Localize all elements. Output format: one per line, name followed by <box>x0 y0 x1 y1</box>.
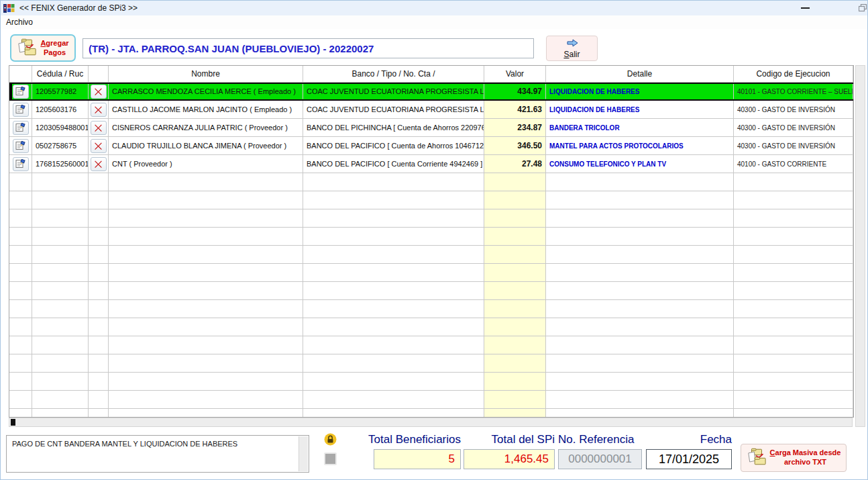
table-row[interactable]: 1205577982CARRASCO MENDOZA CECILIA MERCE… <box>9 83 853 101</box>
delete-row-button[interactable] <box>91 85 107 99</box>
empty-cell <box>734 191 853 209</box>
entity-input[interactable]: (TR) - JTA. PARROQ.SAN JUAN (PUEBLOVIEJO… <box>83 38 534 58</box>
table-row[interactable]: 1768152560001CNT ( Proveedor )BANCO DEL … <box>9 155 853 173</box>
payment-description-input[interactable]: PAGO DE CNT BANDERA MANTEL Y LIQUIDACION… <box>6 435 309 473</box>
empty-cell <box>303 191 484 209</box>
empty-cell <box>9 209 32 228</box>
referencia-label: No. Referencia <box>558 433 645 446</box>
edit-row-button[interactable] <box>13 139 29 153</box>
empty-cell <box>109 354 303 373</box>
minimize-button[interactable] <box>795 1 815 15</box>
payment-description-text: PAGO DE CNT BANDERA MANTEL Y LIQUIDACION… <box>12 440 237 448</box>
payments-table: Cédula / Ruc Nombre Banco / Tipo / No. C… <box>9 65 854 418</box>
menu-archivo[interactable]: Archivo <box>1 16 38 28</box>
salir-button[interactable]: Salir <box>546 36 598 61</box>
empty-cell <box>32 354 89 373</box>
fecha-input[interactable]: 17/01/2025 <box>646 449 732 469</box>
valor-cell: 346.50 <box>484 137 546 155</box>
empty-cell <box>109 373 303 391</box>
empty-cell <box>32 282 89 300</box>
cedula-cell: 0502758675 <box>32 137 89 155</box>
empty-cell <box>9 228 32 246</box>
empty-cell <box>109 246 303 264</box>
table-row-empty <box>9 354 853 373</box>
empty-cell <box>303 336 484 354</box>
table-row[interactable]: 1203059488001CISNEROS CARRANZA JULIA PAT… <box>9 119 853 137</box>
title-bar: << FENIX Generador de SPi3 >> <box>1 1 868 15</box>
codigo-cell: 40300 - GASTO DE INVERSIÓN <box>734 101 853 119</box>
edit-row-button[interactable] <box>13 85 29 99</box>
agregar-label-line2: Pagos <box>44 48 66 56</box>
folder-transfer-icon <box>747 448 767 468</box>
fecha-label: Fecha <box>651 433 732 446</box>
edit-row-button[interactable] <box>13 121 29 135</box>
empty-cell <box>109 209 303 228</box>
empty-cell <box>734 264 853 282</box>
header-codigo: Codigo de Ejecucion <box>734 66 853 83</box>
empty-cell <box>546 373 734 391</box>
detalle-cell: MANTEL PARA ACTOS PROTOCOLARIOS <box>546 137 734 155</box>
empty-cell <box>303 318 484 336</box>
agregar-pagos-button[interactable]: Agregar Pagos <box>10 34 76 62</box>
empty-cell <box>89 173 109 191</box>
table-row-empty <box>9 173 853 191</box>
empty-cell <box>303 373 484 391</box>
empty-cell <box>546 246 734 264</box>
vertical-scrollbar[interactable] <box>855 65 865 427</box>
banco-cell: COAC JUVENTUD ECUATORIANA PROGRESISTA LT… <box>303 101 484 119</box>
empty-cell <box>484 264 546 282</box>
header-valor: Valor <box>484 66 546 83</box>
delete-row-button[interactable] <box>91 121 107 135</box>
empty-cell <box>9 246 32 264</box>
empty-cell <box>734 246 853 264</box>
table-row-empty <box>9 318 853 336</box>
cedula-cell: 1768152560001 <box>32 155 89 173</box>
empty-cell <box>32 264 89 282</box>
table-row-empty <box>9 228 853 246</box>
empty-cell <box>546 354 734 373</box>
description-scrollbar[interactable] <box>299 436 308 471</box>
table-row-empty <box>9 209 853 228</box>
edit-cell <box>9 155 32 173</box>
nombre-cell: CNT ( Proveedor ) <box>109 155 303 173</box>
gray-checkbox[interactable] <box>324 452 337 465</box>
lock-icon[interactable] <box>324 433 337 446</box>
empty-cell <box>89 264 109 282</box>
empty-cell <box>484 318 546 336</box>
empty-cell <box>484 354 546 373</box>
delete-row-button[interactable] <box>91 139 107 153</box>
empty-cell <box>9 409 32 418</box>
valor-cell: 421.63 <box>484 101 546 119</box>
empty-cell <box>303 354 484 373</box>
table-row[interactable]: 1205603176CASTILLO JACOME MARLON JACINTO… <box>9 101 853 119</box>
carga-masiva-button[interactable]: Carga Masiva desde archivo TXT <box>741 444 847 472</box>
edit-cell <box>9 101 32 119</box>
delete-row-button[interactable] <box>91 103 107 117</box>
delete-cell <box>89 101 109 119</box>
edit-row-button[interactable] <box>13 157 29 171</box>
empty-cell <box>109 391 303 409</box>
table-header-row: Cédula / Ruc Nombre Banco / Tipo / No. C… <box>9 66 853 83</box>
empty-cell <box>484 246 546 264</box>
empty-cell <box>484 228 546 246</box>
delete-cell <box>89 119 109 137</box>
empty-cell <box>32 391 89 409</box>
empty-cell <box>734 373 853 391</box>
edit-row-button[interactable] <box>13 103 29 117</box>
hscroll-thumb[interactable] <box>11 419 15 426</box>
restore-button[interactable] <box>857 1 868 15</box>
empty-cell <box>9 191 32 209</box>
delete-row-button[interactable] <box>91 157 107 171</box>
table-row-empty <box>9 191 853 209</box>
horizontal-scrollbar[interactable] <box>9 418 853 427</box>
empty-cell <box>32 336 89 354</box>
table-row[interactable]: 0502758675CLAUDIO TRUJILLO BLANCA JIMENA… <box>9 137 853 155</box>
empty-cell <box>734 228 853 246</box>
nombre-cell: CISNEROS CARRANZA JULIA PATRIC ( Proveed… <box>109 119 303 137</box>
exit-arrow-icon <box>565 38 579 50</box>
valor-cell: 27.48 <box>484 155 546 173</box>
empty-cell <box>32 318 89 336</box>
empty-cell <box>9 264 32 282</box>
empty-cell <box>546 300 734 318</box>
empty-cell <box>109 300 303 318</box>
